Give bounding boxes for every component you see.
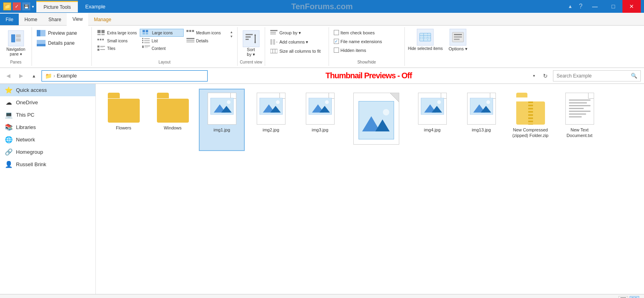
sidebar-item-label: OneDrive (16, 99, 38, 105)
search-icon[interactable]: 🔍 (631, 73, 637, 79)
ribbon-group-sort: Sortby ▾ Current view (238, 27, 265, 66)
svg-rect-62 (454, 39, 460, 40)
sidebar-item-label: This PC (16, 112, 34, 118)
file-item-img2[interactable]: img2.jpg (248, 89, 294, 151)
svg-rect-47 (270, 34, 276, 34)
picture-tools-tab[interactable]: Picture Tools (36, 1, 78, 12)
navigation-pane-icon (8, 30, 24, 46)
details-button[interactable]: Details (184, 37, 228, 44)
minimize-button[interactable]: — (586, 0, 604, 13)
sidebar-item-quick-access[interactable]: ⭐ Quick access (0, 84, 95, 96)
this-pc-icon: 💻 (5, 111, 13, 119)
svg-marker-42 (254, 34, 256, 36)
layout-scroll-up[interactable]: ▲ (230, 30, 233, 34)
svg-rect-6 (37, 44, 46, 46)
svg-marker-43 (254, 42, 256, 44)
sidebar: ⭐ Quick access ☁ OneDrive 💻 This PC 📚 Li… (0, 84, 96, 294)
address-dropdown-button[interactable]: ▾ (530, 74, 538, 78)
sidebar-item-homegroup[interactable]: 🔗 Homegroup (0, 146, 95, 158)
file-item-img13[interactable]: img13.jpg (458, 89, 504, 151)
search-box[interactable]: 🔍 (553, 70, 641, 81)
tiles-button[interactable]: Tiles (95, 45, 139, 52)
user-icon: 👤 (5, 161, 13, 168)
sidebar-item-network[interactable]: 🌐 Network (0, 133, 95, 146)
file-item-large-img[interactable] (346, 89, 406, 151)
file-item-windows[interactable]: Windows (150, 89, 196, 151)
details-pane-button[interactable]: Details pane (35, 39, 88, 48)
preview-pane-button[interactable]: Preview pane (35, 29, 88, 38)
list-button[interactable]: List (140, 37, 184, 44)
large-icons-button[interactable]: Large icons (140, 29, 184, 37)
up-arrow-button[interactable]: ▲ (565, 4, 576, 9)
sidebar-item-onedrive[interactable]: ☁ OneDrive (0, 96, 95, 109)
close-button[interactable]: ✕ (622, 0, 641, 13)
large-img-icon (353, 93, 399, 145)
current-view-label: Current view (240, 58, 262, 64)
options-button[interactable]: Options ▾ (446, 29, 470, 52)
sidebar-item-libraries[interactable]: 📚 Libraries (0, 121, 95, 133)
medium-icons-button[interactable]: Medium icons (184, 29, 228, 37)
svg-rect-13 (143, 33, 145, 34)
large-icons-view-toggle[interactable] (630, 296, 639, 298)
content-button[interactable]: Content (140, 45, 184, 52)
tab-file[interactable]: File (0, 14, 19, 25)
svg-rect-39 (246, 34, 253, 35)
file-item-img3[interactable]: img3.jpg (297, 89, 343, 151)
file-name-extensions-checkbox[interactable] (334, 39, 339, 44)
navigation-pane-button[interactable]: Navigationpane ▾ (3, 29, 28, 58)
sidebar-item-this-pc[interactable]: 💻 This PC (0, 109, 95, 121)
file-item-txt[interactable]: New Text Document.txt (557, 89, 602, 151)
svg-rect-38 (145, 48, 148, 48)
svg-rect-48 (270, 39, 272, 45)
item-check-boxes-checkbox[interactable] (334, 30, 339, 35)
layout-scroll-down[interactable]: ▼ (230, 35, 233, 38)
ribbon-group-current-view: Group by ▾ + Add columns ▾ Size all colu… (265, 27, 329, 66)
extra-large-icons-button[interactable]: Extra large icons (95, 29, 139, 37)
file-item-zip[interactable]: New Compressed (zipped) Folder.zip (507, 89, 553, 151)
file-item-img4[interactable]: img4.jpg (409, 89, 455, 151)
quick-access-dropdown[interactable]: ▾ (32, 4, 34, 9)
img3-icon (306, 93, 335, 125)
svg-rect-51 (270, 49, 277, 53)
address-folder-name: Example (57, 73, 77, 79)
forward-button[interactable]: ▶ (16, 71, 26, 81)
file-label: img1.jpg (214, 127, 230, 133)
add-columns-button[interactable]: + Add columns ▾ (268, 38, 325, 46)
svg-rect-14 (146, 33, 148, 34)
svg-rect-32 (100, 47, 103, 48)
sidebar-item-russell[interactable]: 👤 Russell Brink (0, 158, 95, 171)
folder-flowers-icon (108, 93, 140, 123)
back-button[interactable]: ◀ (3, 71, 14, 81)
svg-rect-10 (101, 34, 105, 35)
search-input[interactable] (557, 73, 631, 79)
file-name-extensions-row: File name extensions (332, 38, 401, 45)
file-label: New Compressed (zipped) Folder.zip (511, 127, 550, 139)
maximize-button[interactable]: □ (604, 0, 622, 13)
tab-manage[interactable]: Manage (88, 14, 117, 25)
hide-selected-button[interactable]: Hide selected items (408, 29, 443, 51)
svg-rect-30 (97, 46, 99, 48)
file-item-flowers[interactable]: Flowers (101, 89, 147, 151)
onedrive-icon: ☁ (5, 99, 13, 106)
hide-selected-icon (417, 29, 434, 46)
item-check-boxes-row: Item check boxes (332, 29, 401, 36)
tab-view[interactable]: View (67, 13, 88, 26)
address-folder-icon: 📁 (45, 73, 52, 79)
svg-point-66 (227, 100, 230, 104)
address-path[interactable]: 📁 › Example (42, 70, 208, 81)
group-by-button[interactable]: Group by ▾ (268, 29, 325, 37)
small-icons-button[interactable]: Small icons (95, 37, 139, 44)
help-button[interactable]: ? (576, 3, 586, 10)
hidden-items-checkbox[interactable] (334, 48, 339, 53)
svg-point-70 (276, 100, 279, 104)
folder-icon: 📁 (3, 2, 11, 10)
up-button[interactable]: ▲ (29, 71, 39, 81)
details-view-toggle[interactable] (618, 296, 628, 298)
address-bar: ◀ ▶ ▲ 📁 › Example Thumbnail Previews - O… (0, 68, 644, 84)
tab-share[interactable]: Share (43, 14, 67, 25)
refresh-button[interactable]: ↻ (540, 71, 551, 81)
sort-by-button[interactable]: Sortby ▾ (247, 47, 255, 57)
size-all-columns-button[interactable]: Size all columns to fit (268, 47, 325, 55)
tab-home[interactable]: Home (19, 14, 43, 25)
file-item-img1[interactable]: img1.jpg (199, 89, 245, 151)
